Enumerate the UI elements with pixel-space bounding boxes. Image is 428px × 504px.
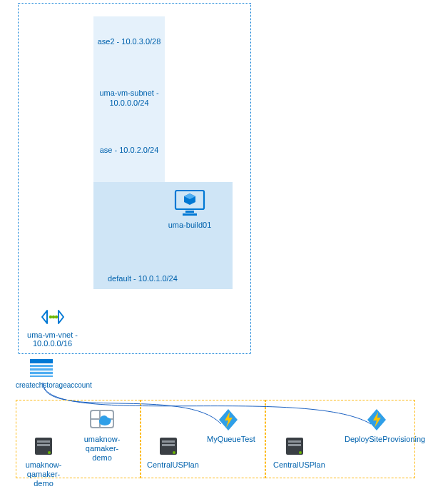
subnet-label: ase - 10.0.2.0/24 bbox=[96, 145, 162, 155]
subnet-default: uma-build01 default - 10.0.1.0/24 bbox=[93, 182, 233, 289]
function-label: DeploySiteProvisioning bbox=[345, 435, 409, 444]
server-icon bbox=[284, 435, 305, 458]
svg-rect-16 bbox=[37, 444, 50, 446]
plan-node: umaknow-qamaker-demo bbox=[22, 435, 65, 489]
function-node: MyQueueTest bbox=[207, 408, 250, 444]
svg-rect-2 bbox=[183, 213, 197, 216]
svg-rect-8 bbox=[30, 367, 53, 368]
vnet-container: ase2 - 10.0.3.0/28 uma-vm-subnet - 10.0.… bbox=[18, 3, 251, 354]
svg-rect-24 bbox=[288, 444, 301, 446]
svg-rect-1 bbox=[185, 211, 194, 213]
storage-icon bbox=[29, 357, 54, 378]
vm-node: uma-build01 bbox=[161, 189, 218, 229]
function-icon bbox=[216, 408, 240, 432]
vnet-label-text: uma-vm-vnet - 10.0.0.0/16 bbox=[26, 331, 79, 348]
svg-point-3 bbox=[49, 316, 51, 318]
webapp-label: umaknow-qamaker-demo bbox=[81, 435, 123, 463]
svg-rect-20 bbox=[162, 444, 175, 446]
subnet-label: default - 10.0.1.0/24 bbox=[108, 273, 178, 283]
vm-icon bbox=[174, 189, 205, 218]
svg-point-17 bbox=[48, 451, 51, 454]
svg-rect-10 bbox=[30, 374, 53, 376]
svg-rect-15 bbox=[37, 440, 50, 443]
plan-label: umaknow-qamaker-demo bbox=[22, 460, 65, 489]
svg-rect-19 bbox=[162, 440, 175, 443]
app-plan-c: DeploySiteProvisioning CentralUSPlan bbox=[265, 400, 415, 478]
plan-label: CentralUSPlan bbox=[147, 460, 190, 470]
app-plan-a: umaknow-qamaker-demo umaknow-qamaker-dem… bbox=[16, 400, 141, 478]
vnet-icon bbox=[39, 306, 67, 328]
plan-label: CentralUSPlan bbox=[273, 460, 316, 470]
function-node: DeploySiteProvisioning bbox=[345, 408, 409, 444]
subnet-vm: uma-vm-subnet - 10.0.0.0/24 bbox=[93, 68, 165, 125]
subnet-label: uma-vm-subnet - 10.0.0.0/24 bbox=[96, 88, 162, 109]
svg-rect-23 bbox=[288, 440, 301, 443]
subnet-ase: ase - 10.0.2.0/24 bbox=[93, 125, 165, 182]
subnet-ase2: ase2 - 10.0.3.0/28 bbox=[93, 16, 165, 68]
server-icon bbox=[158, 435, 179, 458]
svg-point-25 bbox=[299, 451, 302, 454]
function-label: MyQueueTest bbox=[207, 435, 250, 444]
svg-rect-6 bbox=[30, 359, 53, 363]
subnet-label: ase2 - 10.0.3.0/28 bbox=[96, 36, 162, 46]
server-icon bbox=[33, 435, 54, 458]
plan-node: CentralUSPlan bbox=[273, 435, 316, 470]
svg-point-21 bbox=[173, 451, 175, 454]
storage-node: createchstorageaccount bbox=[16, 357, 67, 389]
storage-label: createchstorageaccount bbox=[16, 381, 67, 389]
svg-point-4 bbox=[51, 316, 54, 318]
svg-rect-9 bbox=[30, 371, 53, 372]
vnet-node: uma-vm-vnet - 10.0.0.0/16 bbox=[26, 306, 79, 348]
plan-node: CentralUSPlan bbox=[147, 435, 190, 470]
app-plan-b: MyQueueTest CentralUSPlan bbox=[141, 400, 265, 478]
function-icon bbox=[365, 408, 389, 432]
webapp-node: umaknow-qamaker-demo bbox=[81, 408, 123, 463]
svg-point-5 bbox=[54, 316, 57, 318]
webapp-icon bbox=[88, 408, 116, 432]
vm-label: uma-build01 bbox=[161, 221, 218, 229]
